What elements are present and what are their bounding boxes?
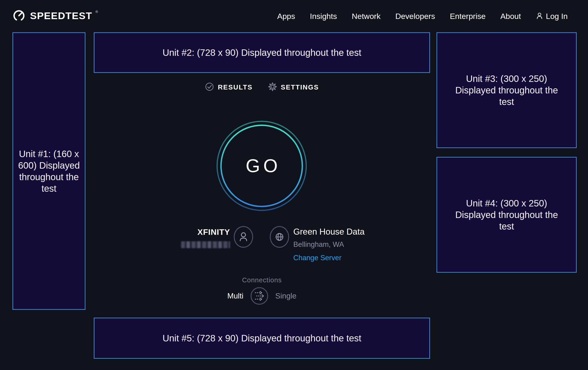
header: SPEEDTEST ® Apps Insights Network Develo… [0,0,588,32]
connections-option-single[interactable]: Single [275,291,296,300]
ad-unit-3[interactable]: Unit #3: (300 x 250) Displayed throughou… [437,32,577,148]
nav-item-apps[interactable]: Apps [277,12,295,21]
ad-unit-1[interactable]: Unit #1: (160 x 600) Displayed throughou… [12,32,85,310]
ad-unit-4-label: Unit #4: (300 x 250) Displayed throughou… [447,198,567,232]
check-circle-icon [205,82,214,92]
server-block: Green House Data Bellingham, WA Change S… [293,227,365,262]
change-server-link[interactable]: Change Server [293,254,342,262]
tab-results-label: RESULTS [218,83,253,91]
server-name: Green House Data [293,227,365,237]
connections-label: Connections [94,276,430,284]
go-button[interactable]: GO [213,117,310,214]
login-label: Log In [546,12,568,21]
nav-item-developers[interactable]: Developers [395,12,435,21]
nav-item-enterprise[interactable]: Enterprise [450,12,486,21]
ad-unit-5-label: Unit #5: (728 x 90) Displayed throughout… [163,332,361,344]
test-tabs: RESULTS [94,82,430,92]
gauge-icon [12,9,25,23]
ad-unit-3-label: Unit #3: (300 x 250) Displayed throughou… [447,73,567,108]
nav-item-network[interactable]: Network [352,12,381,21]
logo-text: SPEEDTEST [30,9,92,22]
server-location: Bellingham, WA [293,240,344,249]
connections-row: Multi Single [94,287,430,305]
logo-trademark: ® [95,10,98,14]
nav-item-about[interactable]: About [501,12,521,21]
go-label: GO [213,117,310,214]
ad-unit-2[interactable]: Unit #2: (728 x 90) Displayed throughout… [94,32,430,73]
tab-results[interactable]: RESULTS [205,82,253,92]
ad-unit-2-label: Unit #2: (728 x 90) Displayed throughout… [163,47,361,58]
speedtest-page: SPEEDTEST ® Apps Insights Network Develo… [0,0,588,370]
ad-unit-5[interactable]: Unit #5: (728 x 90) Displayed throughout… [94,318,430,359]
ad-unit-1-label: Unit #1: (160 x 600) Displayed throughou… [16,148,82,194]
nav-item-insights[interactable]: Insights [310,12,337,21]
server-globe-icon [270,226,289,248]
connections-option-multi[interactable]: Multi [227,291,243,300]
isp-user-icon [234,226,253,248]
tab-settings-label: SETTINGS [281,83,319,91]
isp-name: XFINITY [198,228,230,237]
ad-unit-4[interactable]: Unit #4: (300 x 250) Displayed throughou… [437,157,577,273]
isp-block: XFINITY [181,228,230,248]
main-nav: Apps Insights Network Developers Enterpr… [277,12,568,21]
gear-icon [268,82,277,92]
ip-address-redacted [181,241,230,248]
user-icon [536,12,543,20]
tab-settings[interactable]: SETTINGS [268,82,319,92]
speedtest-logo[interactable]: SPEEDTEST ® [12,9,99,23]
connection-mode-toggle-icon[interactable] [250,287,268,305]
login-button[interactable]: Log In [536,12,568,21]
